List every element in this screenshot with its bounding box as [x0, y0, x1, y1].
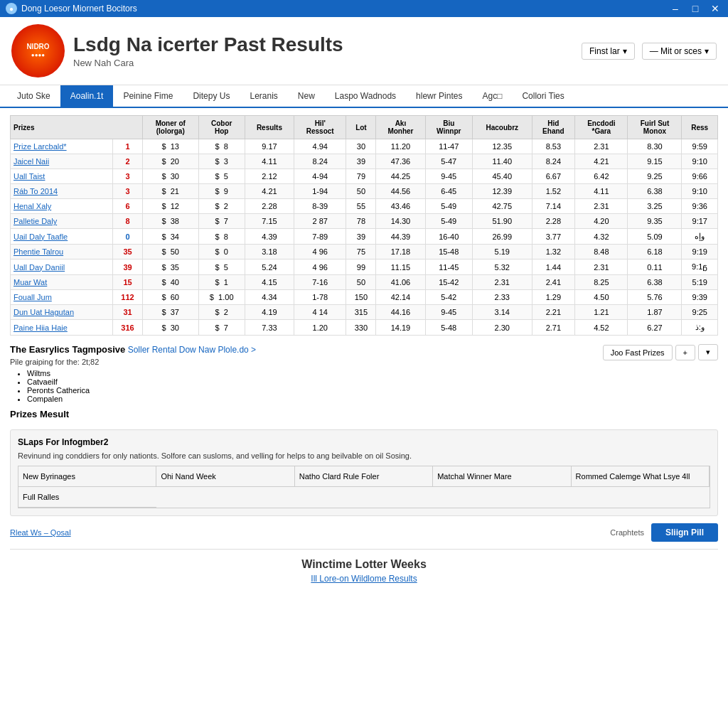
row-c12: 4.32	[575, 229, 628, 245]
row-c12: 8.25	[575, 275, 628, 290]
row-c5: 4.34	[245, 290, 294, 305]
tab-ditepy-us[interactable]: Ditepy Us	[183, 85, 240, 107]
row-name[interactable]: Jaicel Naii	[11, 154, 113, 169]
tab-peinine-fime[interactable]: Peinine Fime	[113, 85, 183, 107]
tab-aoalin[interactable]: Aoalin.1t	[60, 85, 114, 107]
sign-pill-btn[interactable]: Sliign Pill	[651, 523, 718, 542]
tab-leranis[interactable]: Leranis	[240, 85, 287, 107]
row-c10: 26.99	[472, 229, 532, 245]
tab-collori[interactable]: Collori Ties	[512, 85, 574, 107]
row-c3: $ 7	[198, 320, 245, 336]
row-name[interactable]: Palletie Daly	[11, 214, 113, 229]
header: NIDRO●●●● Lsdg Na icerter Past Results N…	[0, 17, 728, 85]
row-c14: 9:19	[682, 245, 718, 259]
row-name[interactable]: Phentie Talrou	[11, 245, 113, 259]
logo: NIDRO●●●●	[11, 24, 65, 77]
col-prizes: Prizes	[11, 116, 143, 139]
col-encdodi: Encdodi*Gara	[575, 116, 628, 139]
col-biu: BiuWinnpr	[425, 116, 472, 139]
joo-plus-btn[interactable]: +	[675, 345, 695, 360]
row-c9: 9-45	[425, 169, 472, 184]
row-c8: 41.06	[376, 275, 425, 290]
row-c3: $ 1.00	[198, 290, 245, 305]
footer-link-left[interactable]: Rleat Ws – Qosal	[10, 528, 71, 537]
close-btn[interactable]: ✕	[708, 3, 722, 14]
row-c3: $ 2	[198, 199, 245, 214]
row-name[interactable]: Dun Uat Hagutan	[11, 305, 113, 320]
row-name[interactable]: Paine Hiia Haie	[11, 320, 113, 336]
filter-dropdown-1[interactable]: Finst lar ▾	[582, 43, 635, 60]
row-c8: 14.30	[376, 214, 425, 229]
row-c14: 9:36	[682, 199, 718, 214]
row-name[interactable]: Muar Wat	[11, 275, 113, 290]
row-c6: 7-89	[294, 229, 346, 245]
prizes-result-title: Prizes Mesult	[10, 409, 718, 419]
minimize-btn[interactable]: –	[668, 3, 682, 14]
row-c14: وإه	[682, 229, 718, 245]
row-c10: 42.75	[472, 199, 532, 214]
row-name[interactable]: Prize Larcbald*	[11, 139, 113, 154]
info-section-link[interactable]: Soller Rental Dow Naw Plole.do >	[128, 345, 256, 355]
row-c6: 1-78	[294, 290, 346, 305]
row-c13: 6.38	[628, 275, 682, 290]
row-c12: 6.42	[575, 169, 628, 184]
tab-juto-ske[interactable]: Juto Ske	[7, 85, 60, 107]
row-c7: 79	[346, 169, 376, 184]
row-c9: 16-40	[425, 229, 472, 245]
row-c3: $ 8	[198, 139, 245, 154]
row-c7: 150	[346, 290, 376, 305]
row-c6: 8-39	[294, 199, 346, 214]
row-c11: 3.77	[532, 229, 575, 245]
row-name[interactable]: Uail Daly Taafle	[11, 229, 113, 245]
row-c7: 330	[346, 320, 376, 336]
row-c3: $ 8	[198, 229, 245, 245]
row-num: 31	[113, 305, 143, 320]
row-name[interactable]: Uall Taist	[11, 169, 113, 184]
tab-laspo[interactable]: Laspo Wadnods	[325, 85, 406, 107]
row-c8: 44.16	[376, 305, 425, 320]
header-left: NIDRO●●●● Lsdg Na icerter Past Results N…	[11, 24, 343, 77]
bottom-promo: Winctime Lotter Weeks Ill Lore-on Wildlo…	[10, 549, 718, 592]
row-c3: $ 7	[198, 214, 245, 229]
tab-agc[interactable]: Agc□	[472, 85, 512, 107]
joo-dropdown-btn[interactable]: ▾	[698, 344, 718, 360]
promo-link[interactable]: Ill Lore-on Wildlome Results	[311, 574, 417, 584]
row-name[interactable]: Uall Day Daniil	[11, 259, 113, 275]
table-row: Jaicel Naii 2 $ 20 $ 3 4.11 8.24 39 47.3…	[11, 154, 718, 169]
filter-dropdown-2[interactable]: — Mit or sces ▾	[642, 43, 717, 60]
grid-cell-4: Matchal Winner Mare	[433, 466, 571, 487]
row-c12: 2.31	[575, 259, 628, 275]
table-row: Paine Hiia Haie 316 $ 30 $ 7 7.33 1.20 3…	[11, 320, 718, 336]
row-c10: 51.90	[472, 214, 532, 229]
row-c12: 2.31	[575, 199, 628, 214]
bullet-4: Compalen	[27, 395, 718, 403]
row-c9: 5-42	[425, 290, 472, 305]
maximize-btn[interactable]: □	[688, 3, 702, 14]
row-c13: 9.35	[628, 214, 682, 229]
grid-cell-3: Natho Clard Rule Foler	[295, 466, 433, 487]
row-c14: 9:66	[682, 169, 718, 184]
col-lot: Lot	[346, 116, 376, 139]
table-row: Prize Larcbald* 1 $ 13 $ 8 9.17 4.94 30 …	[11, 139, 718, 154]
row-c8: 42.14	[376, 290, 425, 305]
row-c10: 3.14	[472, 305, 532, 320]
row-c1: $ 13	[143, 139, 199, 154]
tab-hlewr[interactable]: hlewr Pintes	[406, 85, 472, 107]
row-c13: 6.18	[628, 245, 682, 259]
row-num: 6	[113, 199, 143, 214]
joo-fast-prizes-btn[interactable]: Joo Fast Prizes	[603, 345, 673, 360]
row-c3: $ 5	[198, 169, 245, 184]
row-name[interactable]: Fouall Jum	[11, 290, 113, 305]
row-c12: 4.20	[575, 214, 628, 229]
row-c12: 4.50	[575, 290, 628, 305]
row-c7: 75	[346, 245, 376, 259]
row-name[interactable]: Ráb To 2014	[11, 184, 113, 199]
row-name[interactable]: Henal Xaly	[11, 199, 113, 214]
col-cobor: CoborHop	[198, 116, 245, 139]
row-c13: 5.76	[628, 290, 682, 305]
row-c11: 1.44	[532, 259, 575, 275]
tab-new[interactable]: New	[288, 85, 325, 107]
row-c6: 1.20	[294, 320, 346, 336]
grid-cell-5: Rommed Calemge What Lsye 4ll	[572, 466, 710, 487]
grid-cell-2: Ohi Nand Week	[156, 466, 294, 487]
